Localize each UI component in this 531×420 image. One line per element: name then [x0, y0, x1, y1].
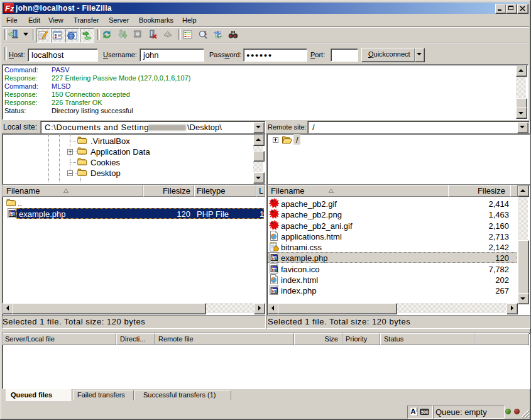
svg-text:A: A — [411, 407, 416, 415]
svg-text:Fz: Fz — [5, 4, 14, 13]
svg-text:500: 500 — [421, 410, 429, 414]
